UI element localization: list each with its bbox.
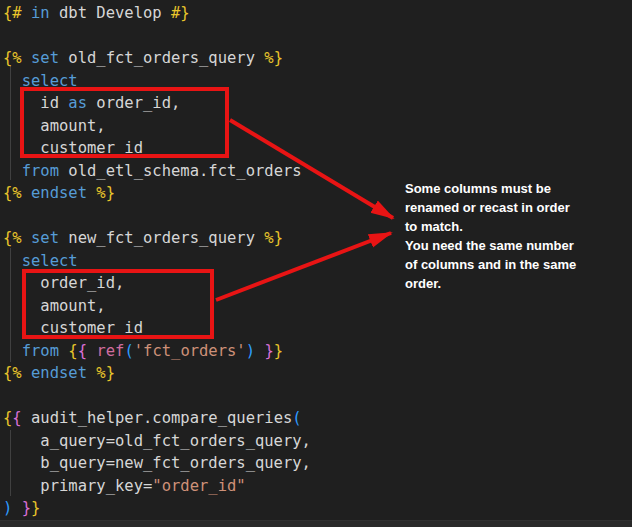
- code-token: {: [78, 342, 87, 360]
- code-token: set: [31, 49, 59, 67]
- code-token: from: [22, 342, 59, 360]
- code-token: %}: [87, 364, 115, 382]
- code-line: [3, 385, 632, 408]
- code-token: %}: [87, 184, 115, 202]
- code-line: from {{ ref('fct_orders') }}: [3, 340, 632, 363]
- code-token: order_id,: [87, 94, 180, 112]
- code-token: customer_id: [3, 319, 143, 337]
- code-token: {%: [3, 49, 31, 67]
- code-token: ): [246, 342, 255, 360]
- code-line: amount,: [3, 295, 632, 318]
- code-token: old_etl_schema.fct_orders: [59, 162, 302, 180]
- code-token: {: [3, 409, 12, 427]
- code-token: [3, 72, 22, 90]
- code-token: {%: [3, 364, 31, 382]
- code-line: a_query=old_fct_orders_query,: [3, 430, 632, 453]
- code-token: }: [31, 499, 40, 517]
- code-token: id: [3, 94, 68, 112]
- code-token: "order_id": [152, 477, 245, 495]
- code-token: old_fct_orders_query: [59, 49, 264, 67]
- code-line: b_query=new_fct_orders_query,: [3, 452, 632, 475]
- code-token: (: [124, 342, 133, 360]
- code-line: primary_key="order_id": [3, 475, 632, 498]
- code-token: [255, 342, 264, 360]
- code-line: {% set old_fct_orders_query %}: [3, 47, 632, 70]
- code-line: ) }}: [3, 497, 632, 520]
- code-token: {%: [3, 184, 31, 202]
- code-token: in: [31, 4, 50, 22]
- code-token: customer_id: [3, 139, 143, 157]
- code-line: {# in dbt Develop #}: [3, 2, 632, 25]
- code-line: id as order_id,: [3, 92, 632, 115]
- code-token: [3, 342, 22, 360]
- code-token: }: [22, 499, 31, 517]
- code-token: b_query=new_fct_orders_query,: [3, 454, 311, 472]
- code-line: customer_id: [3, 317, 632, 340]
- annotation-text: Some columns must be renamed or recast i…: [405, 179, 623, 293]
- code-token: [3, 252, 22, 270]
- code-token: set: [31, 229, 59, 247]
- code-token: ): [3, 499, 12, 517]
- code-token: from: [22, 162, 59, 180]
- code-token: (: [292, 409, 301, 427]
- code-editor-window: {# in dbt Develop #}{% set old_fct_order…: [0, 0, 632, 527]
- code-line: customer_id: [3, 137, 632, 160]
- code-token: amount,: [3, 117, 106, 135]
- current-line-highlight: [0, 520, 632, 527]
- code-token: [87, 342, 96, 360]
- code-token: [12, 499, 21, 517]
- code-token: amount,: [3, 297, 106, 315]
- code-token: }: [264, 342, 273, 360]
- code-token: new_fct_orders_query: [59, 229, 264, 247]
- code-token: [59, 342, 68, 360]
- code-token: {: [12, 409, 21, 427]
- code-line: select: [3, 70, 632, 93]
- code-token: endset: [31, 364, 87, 382]
- code-line: amount,: [3, 115, 632, 138]
- code-token: audit_helper.compare_queries: [22, 409, 293, 427]
- code-token: {#: [3, 4, 31, 22]
- code-token: select: [22, 252, 78, 270]
- code-line: {% endset %}: [3, 362, 632, 385]
- code-token: {%: [3, 229, 31, 247]
- code-token: ref: [96, 342, 124, 360]
- code-token: as: [68, 94, 87, 112]
- code-token: 'fct_orders': [134, 342, 246, 360]
- code-token: primary_key=: [3, 477, 152, 495]
- code-token: a_query=old_fct_orders_query,: [3, 432, 311, 450]
- code-token: dbt Develop: [50, 4, 171, 22]
- code-token: {: [68, 342, 77, 360]
- code-token: order_id,: [3, 274, 124, 292]
- code-token: select: [22, 72, 78, 90]
- code-token: endset: [31, 184, 87, 202]
- code-line: [3, 25, 632, 48]
- code-token: %}: [264, 49, 283, 67]
- code-line: {{ audit_helper.compare_queries(: [3, 407, 632, 430]
- code-token: #}: [171, 4, 190, 22]
- code-token: %}: [264, 229, 283, 247]
- code-token: }: [274, 342, 283, 360]
- code-token: [3, 162, 22, 180]
